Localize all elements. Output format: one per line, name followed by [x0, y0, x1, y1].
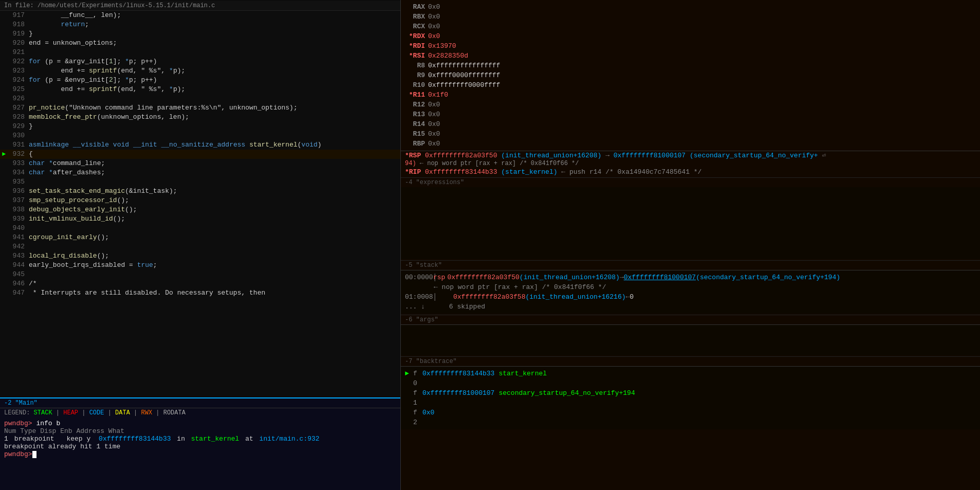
reg-name-rcx: RCX [405, 22, 428, 31]
reg-name-r13: R13 [405, 110, 428, 119]
reg-name-r10: R10 [405, 80, 428, 90]
line-code: set_task_stack_end_magic(&init_task); [29, 187, 398, 196]
reg-name-r8: R8 [405, 61, 428, 70]
reg-value-rsi: 0x2828350d [428, 51, 468, 61]
line-code: char *after_dashes; [29, 168, 398, 177]
stack-row-0b: ← nop word ptr [rax + rax] /* 0x841f0f66… [405, 282, 976, 292]
line-code: cgroup_init_early(); [29, 233, 398, 242]
reg-name-r15: R15 [405, 129, 428, 139]
line-number: 946 [9, 279, 29, 288]
terminal-table-header: Num Type Disp Enb Address What [4, 427, 396, 435]
line-number: 937 [9, 196, 29, 205]
reg-name-rdx: *RDX [405, 31, 428, 41]
source-line-941: 941cgroup_init_early(); [0, 233, 400, 242]
reg-name-rbx: RBX [405, 12, 428, 22]
line-code: * Interrupts are still disabled. Do nece… [29, 288, 398, 298]
register-r12: R120x0 [405, 100, 976, 110]
reg-value-rbp: 0x0 [428, 139, 440, 149]
line-number: 943 [9, 251, 29, 261]
line-number: 919 [9, 29, 29, 39]
reg-name-rax: RAX [405, 2, 428, 12]
main-layout: In file: /home/utest/Experiments/linux-5… [0, 0, 980, 490]
line-number: 947 [9, 288, 29, 298]
line-code: early_boot_irqs_disabled = true; [29, 261, 398, 270]
line-number: 935 [9, 177, 29, 187]
reg-value-rax: 0x0 [428, 2, 440, 12]
line-number: 941 [9, 233, 29, 242]
source-line-933: 933char *command_line; [0, 159, 400, 168]
backtrace-divider: -7 "backtrace" [401, 356, 980, 366]
backtrace-section: ► f 0 0xffffffff83144b33start_kernel f 1… [401, 366, 980, 429]
register-r9: R90xffff0000ffffffff [405, 70, 976, 80]
register-r13: R130x0 [405, 110, 976, 119]
terminal-section: -2 "Main" LEGEND: STACK | HEAP | CODE | … [0, 397, 400, 490]
line-number: 921 [9, 48, 29, 57]
source-line-935: 935 [0, 177, 400, 187]
left-panel: In file: /home/utest/Experiments/linux-5… [0, 0, 401, 490]
source-line-925: 925 end += sprintf(end, " %s", *p); [0, 85, 400, 94]
reg-name-r14: R14 [405, 119, 428, 129]
source-line-945: 945 [0, 270, 400, 279]
line-number: 923 [9, 66, 29, 76]
line-number: 926 [9, 94, 29, 103]
line-number: 940 [9, 224, 29, 233]
source-line-926: 926 [0, 94, 400, 103]
line-code: { [29, 150, 398, 159]
source-line-920: 920end = unknown_options; [0, 39, 400, 48]
line-number: 927 [9, 103, 29, 113]
line-code: asmlinkage __visible void __init __no_sa… [29, 140, 398, 150]
source-line-924: 924for (p = &envp_init[2]; *p; p++) [0, 76, 400, 85]
terminal-title: -2 "Main" [0, 398, 400, 408]
line-number: 945 [9, 270, 29, 279]
rsp-line-cont: 94) ← nop word ptr [rax + rax] /* 0x841f… [401, 160, 980, 168]
reg-value-r10: 0xffffffff0000ffff [428, 80, 500, 90]
line-code: debug_objects_early_init(); [29, 205, 398, 214]
source-line-938: 938debug_objects_early_init(); [0, 205, 400, 214]
line-number: 928 [9, 113, 29, 122]
right-panel: RAX0x0RBX0x0RCX0x0*RDX0x0*RDI0x13970*RSI… [401, 0, 980, 490]
register-rbp: RBP0x0 [405, 139, 976, 149]
source-line-927: 927pr_notice("Unknown command line param… [0, 103, 400, 113]
reg-name-r9: R9 [405, 70, 428, 80]
source-line-930: 930 [0, 131, 400, 140]
reg-value-r12: 0x0 [428, 100, 440, 110]
stack-divider: -5 "stack" [401, 260, 980, 270]
backtrace-frame-2: f 2 0x0 [405, 408, 976, 427]
line-number: 942 [9, 242, 29, 251]
line-number: 930 [9, 131, 29, 140]
line-code: init_vmlinux_build_id(); [29, 214, 398, 224]
line-code: } [29, 122, 398, 131]
source-line-940: 940 [0, 224, 400, 233]
terminal-body[interactable]: pwndbg> info b Num Type Disp Enb Address… [0, 418, 400, 490]
source-line-942: 942 [0, 242, 400, 251]
line-code: for (p = &argv_init[1]; *p; p++) [29, 57, 398, 66]
line-code: end += sprintf(end, " %s", *p); [29, 66, 398, 76]
line-number: 932 [9, 150, 29, 159]
source-lines[interactable]: 917 __func__, len); 918 return; 919} 920… [0, 11, 400, 396]
source-line-939: 939init_vmlinux_build_id(); [0, 214, 400, 224]
line-number: 931 [9, 140, 29, 150]
reg-name-rsi: *RSI [405, 51, 428, 61]
expressions-divider: -4 "expressions" [401, 177, 980, 187]
line-number: 944 [9, 261, 29, 270]
rip-line: *RIP 0xffffffff83144b33 (start_kernel) ←… [401, 168, 980, 176]
stack-section: 00:0000│ rsp 0xffffffff82a03f50 (init_th… [401, 270, 980, 314]
register-r15: R150x0 [405, 129, 976, 139]
register-rax: RAX0x0 [405, 2, 976, 12]
line-number: 936 [9, 187, 29, 196]
source-line-932: ► 932{ [0, 150, 400, 159]
register-r8: R80xffffffffffffffff [405, 61, 976, 70]
source-header: In file: /home/utest/Experiments/linux-5… [0, 1, 400, 11]
expressions-section [401, 187, 980, 259]
source-line-923: 923 end += sprintf(end, " %s", *p); [0, 66, 400, 76]
registers-section: RAX0x0RBX0x0RCX0x0*RDX0x0*RDI0x13970*RSI… [401, 0, 980, 151]
source-line-936: 936set_task_stack_end_magic(&init_task); [0, 187, 400, 196]
line-code: /* [29, 279, 398, 288]
line-code: smp_setup_processor_id(); [29, 196, 398, 205]
legend-bar: LEGEND: STACK | HEAP | CODE | DATA | RWX… [0, 408, 400, 418]
line-code: local_irq_disable(); [29, 251, 398, 261]
source-view: In file: /home/utest/Experiments/linux-5… [0, 0, 400, 397]
line-code: __func__, len); [29, 11, 398, 20]
line-number: 920 [9, 39, 29, 48]
args-divider: -6 "args" [401, 315, 980, 324]
